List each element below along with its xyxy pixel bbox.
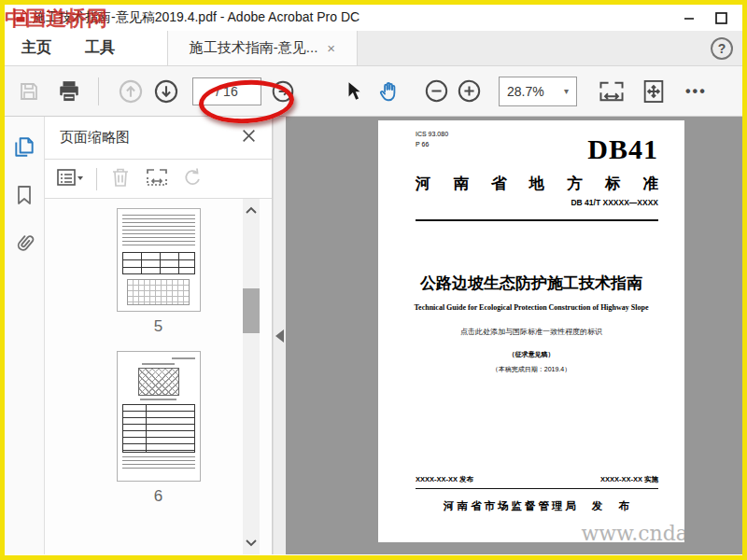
minimize-icon [683, 11, 696, 24]
paperclip-icon [12, 231, 36, 255]
tab-bar-filler: ? [358, 31, 742, 65]
zoom-out-button[interactable] [424, 78, 449, 104]
thumb5-text-block [122, 215, 195, 248]
chevron-down-icon: ▾ [564, 86, 569, 96]
navigation-rail [5, 117, 45, 554]
extract-pages-button[interactable] [144, 166, 170, 192]
zoom-out-icon [424, 78, 449, 104]
thumb6-header-line [172, 357, 195, 359]
rotate-pages-button[interactable] [182, 166, 204, 192]
tab-tools-label: 工具 [85, 38, 115, 58]
issue-date: XXXX-XX-XX 发布 [416, 475, 473, 484]
document-title-cn: 公路边坡生态防护施工技术指南 [378, 273, 684, 294]
header-rule [416, 219, 658, 221]
zoom-level-dropdown[interactable]: 28.7% ▾ [499, 77, 577, 106]
tab-tools[interactable]: 工具 [68, 31, 132, 65]
trash-icon [109, 166, 132, 189]
fit-width-button[interactable] [598, 78, 626, 105]
p-line: P 66 [416, 140, 448, 150]
print-icon [57, 79, 81, 104]
more-tools-button[interactable]: ••• [685, 83, 707, 100]
acrobat-window: 施工技术指南-意见稿2019.4.pdf - Adobe Acrobat Pro… [0, 0, 747, 560]
date-row: XXXX-XX-XX 发布 XXXX-XX-XX 实施 [416, 475, 658, 489]
zoom-level-value: 28.7% [507, 84, 544, 99]
panel-toolbar-separator [96, 168, 97, 190]
thumb5-grid-table [127, 279, 190, 305]
thumbnail-page-6[interactable] [117, 351, 201, 482]
thumb6-figure [138, 368, 179, 396]
thumbnail-scrollbar[interactable] [243, 199, 260, 554]
page-total-label: / 16 [216, 84, 237, 99]
thumbnails-panel: 页面缩略图 [45, 117, 273, 554]
scrollbar-thumb[interactable] [243, 288, 260, 333]
close-icon [241, 128, 257, 144]
options-menu-icon [56, 167, 84, 188]
site-watermark-bottom: www.cnda [581, 522, 684, 542]
print-button[interactable] [57, 79, 81, 104]
panel-title: 页面缩略图 [60, 129, 130, 147]
maximize-icon [714, 11, 728, 25]
thumb6-caption-line2 [140, 399, 176, 400]
maximize-button[interactable] [705, 7, 737, 29]
rotate-icon [182, 166, 204, 189]
save-button[interactable] [18, 80, 40, 103]
scroll-up-button[interactable] [243, 201, 260, 219]
attachments-rail-button[interactable] [12, 231, 36, 259]
help-button[interactable]: ? [711, 37, 733, 60]
tab-document[interactable]: 施工技术指南-意见... × [167, 31, 358, 65]
panel-close-button[interactable] [241, 128, 257, 147]
tab-bar: 主页 工具 施工技术指南-意见... × ? [5, 31, 742, 66]
bookmarks-rail-button[interactable] [13, 184, 35, 210]
thumb6-caption-line [142, 363, 175, 365]
page-number-input[interactable]: / 16 [192, 77, 261, 105]
thumbnail-item-5[interactable]: 5 [117, 208, 201, 336]
fit-page-button[interactable] [641, 78, 667, 105]
minimize-button[interactable] [673, 7, 705, 29]
page-down-icon [153, 78, 179, 105]
document-pane[interactable]: ICS 93.080 P 66 DB41 河南省地方标准 DB 41/T XXX… [286, 117, 742, 554]
page-thumbnails-rail-button[interactable] [12, 135, 36, 163]
collapse-panel-icon [275, 329, 284, 343]
next-page-button[interactable] [153, 78, 179, 105]
main-toolbar: / 16 [5, 66, 742, 117]
previous-page-button[interactable] [118, 78, 144, 105]
tab-close-icon[interactable]: × [327, 40, 335, 56]
panel-header: 页面缩略图 [45, 117, 272, 160]
thumbnail-page-5[interactable] [117, 208, 201, 312]
help-icon: ? [718, 41, 726, 56]
save-icon [18, 80, 40, 103]
body-row: 页面缩略图 [5, 117, 742, 554]
tab-home-label: 主页 [21, 38, 51, 58]
delete-pages-button[interactable] [109, 166, 132, 192]
pdf-page: ICS 93.080 P 66 DB41 河南省地方标准 DB 41/T XXX… [378, 120, 684, 542]
issuer-row: 河南省市场监督管理局 发 布 [416, 499, 658, 513]
scroll-down-button[interactable] [243, 534, 260, 553]
thumbnail-label: 5 [117, 317, 201, 336]
panel-collapse-strip[interactable] [273, 117, 286, 554]
thumb6-table [122, 404, 195, 453]
draft-date-note: （本稿完成日期：2019.4） [378, 365, 684, 374]
toolbar-separator [98, 77, 99, 105]
ics-classification: ICS 93.080 P 66 [416, 130, 448, 149]
pdf-file-icon [12, 9, 29, 26]
standard-code: DB41 [587, 133, 658, 165]
select-arrow-icon [344, 80, 364, 103]
panel-toolbar [45, 160, 272, 199]
thumbnail-item-6[interactable]: 6 [117, 351, 201, 506]
tab-home[interactable]: 主页 [5, 31, 68, 65]
draft-note: （征求意见稿） [378, 350, 684, 359]
zoom-in-icon [457, 78, 482, 104]
thumbnail-options-button[interactable] [56, 167, 84, 191]
document-number: DB 41/T XXXXX—XXXX [571, 198, 658, 207]
fit-width-icon [598, 78, 626, 105]
title-bar: 施工技术指南-意见稿2019.4.pdf - Adobe Acrobat Pro… [5, 5, 742, 31]
fit-page-icon [641, 78, 667, 105]
hand-tool-button[interactable] [377, 79, 402, 104]
standard-name: 河南省地方标准 [416, 174, 658, 194]
select-tool-button[interactable] [344, 80, 364, 103]
bookmark-icon [13, 184, 35, 206]
implementation-date: XXXX-XX-XX 实施 [600, 475, 658, 484]
zoom-in-button[interactable] [457, 78, 482, 104]
previous-view-button[interactable] [271, 79, 295, 104]
intl-standard-note: 点击此处添加与国际标准一致性程度的标识 [378, 327, 684, 337]
